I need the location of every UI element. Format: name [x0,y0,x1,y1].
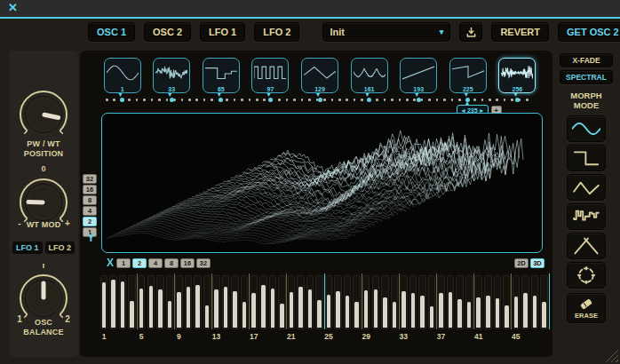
harmonic-bar[interactable] [540,275,548,329]
frame-dot[interactable] [166,99,169,101]
x-chip-1[interactable]: 1 [116,258,131,268]
x-chip-32[interactable]: 32 [196,258,211,268]
frame-dot-keyframe[interactable] [219,98,223,102]
frame-dot[interactable] [301,99,304,101]
frame-dot-keyframe[interactable] [170,98,174,102]
harmonic-bar[interactable] [521,275,529,329]
harmonic-bar[interactable] [381,275,389,329]
harmonic-bar[interactable] [409,275,417,329]
tab-osc-2[interactable]: OSC 2 [144,22,191,42]
harmonic-bar[interactable] [288,275,296,329]
y-chip-2[interactable]: 2 [83,217,97,226]
x-chip-2[interactable]: 2 [132,258,147,268]
frame-dot[interactable] [323,99,326,101]
frame-dot[interactable] [443,99,446,101]
wt-mod-knob[interactable]: 0 - + WT MOD [9,164,78,230]
frame-dot[interactable] [286,99,289,101]
wave-thumb-193[interactable]: 193 [400,58,437,93]
noise-tool-button[interactable] [567,203,606,230]
harmonic-bar[interactable] [175,275,183,329]
frame-dot[interactable] [504,99,506,101]
wave-thumb-97[interactable]: 97 [251,58,289,93]
resize-grip-icon[interactable] [605,349,618,362]
frame-dot[interactable] [428,99,431,101]
x-chip-4[interactable]: 4 [148,258,163,268]
harmonic-bar[interactable] [494,275,502,329]
wavetable-3d-view[interactable] [101,113,543,253]
frame-dot[interactable] [151,99,154,101]
harmonic-bar[interactable] [231,275,239,329]
frame-dot-keyframe[interactable] [318,98,322,102]
harmonic-bar[interactable] [156,275,164,329]
lfo1-toggle-option[interactable]: LFO 1 [12,241,43,254]
harmonic-bar[interactable] [128,275,136,329]
wave-thumb-1[interactable]: 1 [104,58,141,93]
frame-dot[interactable] [203,99,206,101]
circle-tool-button[interactable] [567,262,606,289]
frame-dot[interactable] [308,99,311,101]
revert-button[interactable]: REVERT [491,22,549,42]
tab-lfo-1[interactable]: LFO 1 [200,22,245,42]
frame-dot[interactable] [263,99,266,101]
preset-dropdown[interactable]: Init ▾ [322,22,450,42]
harmonic-bar[interactable] [474,275,482,329]
frame-dot[interactable] [158,99,161,101]
frame-dot[interactable] [278,99,281,101]
harmonic-bar[interactable] [166,275,174,329]
pw-wt-position-knob[interactable]: PW / WTPOSITION [9,84,78,159]
harmonic-bar[interactable] [315,275,323,329]
frame-dot[interactable] [406,99,409,101]
frame-dot[interactable] [391,99,393,101]
frame-dot[interactable] [113,99,115,101]
y-chip-4[interactable]: 4 [83,206,97,216]
mode-button-spectral[interactable]: SPECTRAL [560,70,613,84]
harmonic-bar[interactable] [278,275,286,329]
step-tool-button[interactable] [567,145,606,171]
view-chip-3D[interactable]: 3D [530,258,544,268]
wave-thumb-129[interactable]: 129 [301,58,338,93]
harmonic-bar[interactable] [297,275,305,329]
harmonic-bar[interactable] [109,275,117,329]
wave-thumb-256[interactable]: 256 [498,58,536,93]
tab-lfo-2[interactable]: LFO 2 [254,22,299,42]
harmonic-bar[interactable] [503,275,511,329]
x-chip-8[interactable]: 8 [164,258,179,268]
frame-dot[interactable] [188,99,191,101]
close-icon[interactable]: ✕ [8,1,18,14]
frame-dot[interactable] [226,99,228,101]
frame-dot[interactable] [413,99,416,101]
frame-dot[interactable] [293,99,296,101]
harmonic-bar[interactable] [437,275,445,329]
harmonic-bar[interactable] [250,275,258,329]
frame-dot[interactable] [458,99,461,101]
harmonic-bar[interactable] [362,275,370,329]
harmonic-bar[interactable] [513,275,521,329]
frame-dot[interactable] [511,99,513,101]
harmonic-bar[interactable] [447,275,455,329]
frame-dot[interactable] [256,99,258,101]
wave-thumb-161[interactable]: 161 [351,58,388,93]
harmonic-bar[interactable] [400,275,408,329]
triangle-tool-button[interactable] [567,174,606,201]
frame-dot[interactable] [181,99,184,101]
frame-dot[interactable] [421,99,424,101]
frame-dot[interactable] [143,99,146,101]
y-chip-16[interactable]: 16 [83,185,97,194]
frame-dot[interactable] [241,99,243,101]
frame-dot[interactable] [136,99,139,101]
harmonic-bar[interactable] [203,275,211,329]
harmonic-bar[interactable] [306,275,314,329]
harmonic-bar[interactable] [259,275,267,329]
harmonic-bar[interactable] [484,275,492,329]
download-button[interactable] [459,22,482,42]
x-chip-16[interactable]: 16 [180,258,195,268]
harmonic-bar[interactable] [418,275,426,329]
lfo2-toggle-option[interactable]: LFO 2 [45,241,76,254]
frame-dot[interactable] [451,99,454,101]
harmonic-bar[interactable] [222,275,230,329]
harmonic-bar[interactable] [391,275,399,329]
frame-dot[interactable] [496,99,498,101]
frame-dot[interactable] [354,99,356,101]
frame-dot[interactable] [338,99,341,101]
get-osc-2-button[interactable]: GET OSC 2 [558,22,620,42]
